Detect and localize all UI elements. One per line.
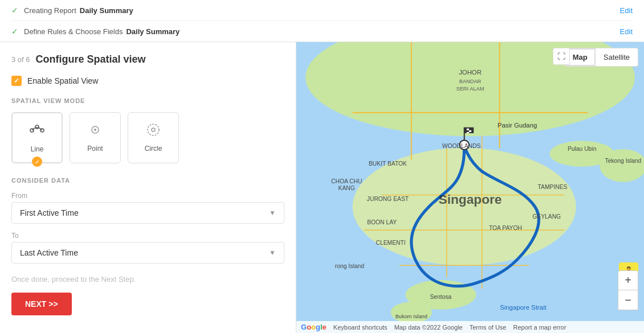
top-bar: ✓ Creating Report Daily Summary Edit ✓ D… [0, 0, 644, 42]
map-type-controls: Map Satellite [564, 48, 638, 67]
svg-text:CHOA CHU: CHOA CHU [331, 178, 362, 184]
google-logo: Google [301, 323, 327, 331]
define-rules-value: Daily Summary [126, 27, 619, 36]
creating-report-label: Creating Report [24, 6, 76, 15]
svg-text:TOA PAYOH: TOA PAYOH [489, 225, 522, 231]
map-panel: Singapore JOHOR BANDAR SERI ALAM Pasir G… [296, 42, 644, 333]
svg-point-4 [94, 129, 96, 131]
svg-text:CLEMENTI: CLEMENTI [376, 240, 406, 246]
from-value: First Active Time [20, 208, 79, 217]
check-icon-1: ✓ [11, 6, 18, 15]
define-rules-label: Define Rules & Choose Fields [24, 27, 123, 36]
zoom-in-button[interactable]: + [618, 271, 638, 290]
point-icon [87, 122, 103, 141]
keyboard-shortcuts[interactable]: Keyboard shortcuts [333, 324, 388, 331]
svg-text:Tekong Island: Tekong Island [605, 158, 642, 164]
svg-text:BANDAR: BANDAR [459, 79, 482, 84]
svg-text:Bukom Island: Bukom Island [396, 314, 427, 319]
consider-data-title: CONSIDER DATA [11, 177, 284, 184]
step-header: 3 of 6 Configure Spatial view [11, 54, 284, 65]
map-svg: Singapore JOHOR BANDAR SERI ALAM Pasir G… [296, 42, 644, 333]
svg-text:BUKIT BATOK: BUKIT BATOK [369, 161, 407, 167]
svg-point-1 [35, 125, 39, 129]
edit-link-2[interactable]: Edit [620, 27, 633, 36]
svg-text:Singapore Strait: Singapore Strait [500, 304, 547, 311]
svg-text:SERI ALAM: SERI ALAM [456, 86, 484, 92]
svg-rect-26 [469, 130, 471, 132]
from-label: From [11, 192, 284, 200]
svg-point-6 [152, 128, 155, 131]
hint-text: Once done, proceed to the Next Step. [11, 275, 284, 283]
step-title: Configure Spatial view [36, 54, 146, 65]
main-content: 3 of 6 Configure Spatial view Enable Spa… [0, 42, 644, 333]
svg-rect-25 [467, 129, 469, 130]
svg-text:Pasir Gudang: Pasir Gudang [498, 122, 537, 129]
next-button[interactable]: NEXT >> [11, 293, 72, 315]
zoom-out-button[interactable]: − [618, 290, 638, 310]
svg-text:TAMPINES: TAMPINES [538, 184, 568, 190]
satellite-button[interactable]: Satellite [596, 48, 638, 66]
map-data: Map data ©2022 Google [394, 324, 463, 331]
edit-link-1[interactable]: Edit [620, 6, 633, 15]
svg-point-5 [148, 124, 159, 135]
svg-rect-27 [467, 132, 469, 133]
mode-circle-label: Circle [145, 145, 162, 153]
svg-text:KANG: KANG [339, 185, 355, 191]
spatial-view-mode-title: SPATIAL VIEW MODE [11, 97, 284, 104]
mode-line[interactable]: Line ✓ [11, 112, 63, 163]
mode-line-label: Line [31, 145, 44, 153]
enable-spatial-checkbox[interactable] [11, 76, 22, 86]
to-dropdown[interactable]: Last Active Time ▼ [11, 242, 284, 264]
svg-text:JOHOR: JOHOR [459, 69, 482, 76]
line-icon [29, 122, 45, 142]
mode-point[interactable]: Point [70, 112, 121, 163]
map-footer: Google Keyboard shortcuts Map data ©2022… [296, 321, 644, 333]
mode-point-label: Point [87, 145, 103, 153]
circle-icon [145, 122, 161, 141]
svg-text:JURONG EAST: JURONG EAST [367, 196, 409, 202]
check-icon-2: ✓ [11, 27, 18, 36]
spatial-modes-container: Line ✓ Point [11, 112, 284, 163]
from-dropdown-arrow: ▼ [269, 209, 276, 217]
mode-circle[interactable]: Circle [128, 112, 179, 163]
to-label: To [11, 232, 284, 240]
svg-text:rong Island: rong Island [335, 263, 364, 269]
svg-point-11 [391, 302, 432, 323]
svg-text:GEYLANG: GEYLANG [532, 213, 561, 220]
report-error[interactable]: Report a map error [513, 324, 566, 331]
map-expand-button[interactable]: ⛶ [553, 48, 570, 65]
svg-text:Pulau Ubin: Pulau Ubin [568, 146, 597, 152]
top-bar-row-2: ✓ Define Rules & Choose Fields Daily Sum… [11, 21, 633, 42]
svg-text:BOON LAY: BOON LAY [367, 219, 397, 225]
map-zoom-controls: + − [618, 270, 638, 310]
mode-line-check: ✓ [32, 157, 42, 167]
left-panel: 3 of 6 Configure Spatial view Enable Spa… [0, 42, 296, 333]
svg-text:Singapore: Singapore [438, 192, 502, 207]
from-dropdown[interactable]: First Active Time ▼ [11, 202, 284, 224]
to-dropdown-arrow: ▼ [269, 249, 276, 257]
terms-of-use[interactable]: Terms of Use [470, 324, 507, 331]
to-value: Last Active Time [20, 248, 78, 257]
step-counter: 3 of 6 [11, 55, 30, 64]
enable-spatial-row: Enable Spatial View [11, 76, 284, 86]
svg-text:WOODLANDS: WOODLANDS [442, 143, 481, 149]
top-bar-row-1: ✓ Creating Report Daily Summary Edit [11, 0, 633, 21]
creating-report-value: Daily Summary [80, 6, 620, 15]
enable-spatial-label: Enable Spatial View [27, 76, 98, 85]
consider-data-section: CONSIDER DATA From First Active Time ▼ T… [11, 177, 284, 264]
svg-text:Sentosa: Sentosa [430, 294, 451, 300]
